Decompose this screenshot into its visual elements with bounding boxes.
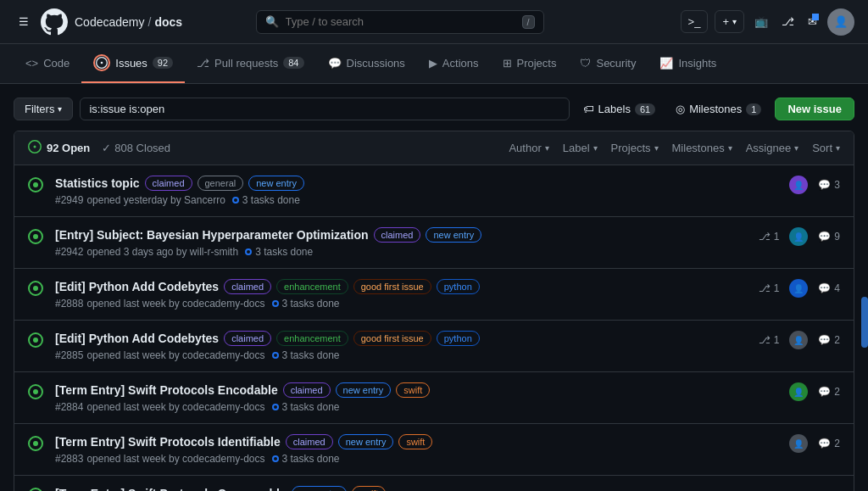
label-tag[interactable]: good first issue <box>353 331 431 346</box>
search-kbd: / <box>522 15 535 29</box>
sidebar-item-security[interactable]: 🛡 Security <box>568 47 648 81</box>
label-chevron-icon: ▾ <box>593 143 598 153</box>
label-tag[interactable]: general <box>198 176 244 191</box>
labels-label: Labels <box>598 103 631 115</box>
issue-content: [Term Entry] Swift Protocols Identifiabl… <box>55 434 779 465</box>
pr-link[interactable]: ⎇ 1 <box>759 334 780 346</box>
label-tag[interactable]: good first issue <box>353 279 431 294</box>
sidebar-item-code[interactable]: <> Code <box>14 47 81 81</box>
sort-chevron-icon: ▾ <box>836 143 840 153</box>
issue-title[interactable]: [Entry] Subject: Bayesian Hyperparameter… <box>55 228 369 242</box>
nav-right: >_ + ▾ 📺 ⎇ ✉ 👤 <box>681 8 854 36</box>
issue-tasks: 3 tasks done <box>272 298 340 310</box>
terminal-button[interactable]: >_ <box>681 10 709 33</box>
terminal-icon: >_ <box>688 15 701 28</box>
search-bar: 🔍 / <box>256 10 544 34</box>
table-row: [Term Entry] Swift Protocols Identifiabl… <box>14 424 854 476</box>
main-content: Filters ▾ 🏷 Labels 61 ◎ Milestones 1 New… <box>0 84 868 491</box>
comment-number: 4 <box>834 282 840 294</box>
projects-filter[interactable]: Projects ▾ <box>611 142 659 154</box>
issue-title[interactable]: [Term Entry] Swift Protocols Identifiabl… <box>55 435 281 449</box>
comment-icon: 💬 <box>818 282 831 294</box>
label-tag[interactable]: claimed <box>145 176 192 191</box>
scroll-indicator[interactable] <box>861 297 868 348</box>
issue-title[interactable]: [Term Entry] Swift Protocols Encodable <box>55 383 278 397</box>
issue-title[interactable]: [Edit] Python Add Codebytes <box>55 280 219 293</box>
checkmark-icon: ✓ <box>102 142 111 154</box>
issue-title[interactable]: [Term Entry] Swift Protocols Comparable <box>55 487 287 491</box>
pr-button[interactable]: ⎇ <box>778 12 798 31</box>
plus-button[interactable]: + ▾ <box>715 10 744 33</box>
issues-header: 92 Open ✓ 808 Closed Author ▾ Label ▾ Pr… <box>14 131 854 165</box>
hamburger-button[interactable]: ☰ <box>14 12 34 31</box>
closed-count[interactable]: 808 Closed <box>114 142 170 154</box>
comment-count: 💬 2 <box>818 334 840 346</box>
avatar: 👤 <box>789 227 808 246</box>
comment-icon: 💬 <box>818 386 831 398</box>
label-tag[interactable]: python <box>437 331 480 346</box>
labels-button[interactable]: 🏷 Labels 61 <box>576 98 663 120</box>
author-filter[interactable]: Author ▾ <box>509 142 548 154</box>
label-tag[interactable]: swift <box>398 434 432 449</box>
label-tag[interactable]: enhancement <box>276 279 348 294</box>
code-icon: <> <box>25 57 38 70</box>
label-tag[interactable]: swift <box>352 486 386 491</box>
label-tag[interactable]: new entry <box>292 486 348 491</box>
label-tag-icon: 🏷 <box>583 103 594 115</box>
search-input[interactable] <box>286 15 515 28</box>
assignee-label: Assignee <box>746 142 791 154</box>
new-issue-button[interactable]: New issue <box>775 98 854 120</box>
label-tag[interactable]: new entry <box>426 227 481 243</box>
label-tag[interactable]: claimed <box>286 434 333 449</box>
issue-content: [Entry] Subject: Bayesian Hyperparameter… <box>55 227 748 258</box>
pr-link[interactable]: ⎇ 1 <box>759 231 780 243</box>
milestones-button[interactable]: ◎ Milestones 1 <box>669 98 768 120</box>
issues-badge: 92 <box>153 57 173 69</box>
tv-button[interactable]: 📺 <box>751 12 771 31</box>
label-tag[interactable]: claimed <box>224 279 271 294</box>
comment-count: 💬 9 <box>818 231 840 243</box>
issue-meta: #2884 opened last week by codecademy-doc… <box>55 401 779 413</box>
security-icon: 🛡 <box>580 57 591 70</box>
assignee-filter[interactable]: Assignee ▾ <box>746 142 798 154</box>
repo-name[interactable]: docs <box>154 15 182 29</box>
sidebar-item-pullrequests[interactable]: ⎇ Pull requests 84 <box>185 47 315 81</box>
label-tag[interactable]: new entry <box>248 176 304 191</box>
repo-org[interactable]: Codecademy <box>75 15 145 29</box>
sidebar-item-insights[interactable]: 📈 Insights <box>648 47 728 81</box>
sidebar-item-discussions[interactable]: 💬 Discussions <box>316 47 417 81</box>
avatar[interactable]: 👤 <box>827 8 854 36</box>
label-tag[interactable]: enhancement <box>276 331 348 346</box>
milestones-filter[interactable]: Milestones ▾ <box>672 142 732 154</box>
label-tag[interactable]: python <box>437 279 480 294</box>
avatar: 👤 <box>789 331 808 349</box>
filter-input[interactable] <box>80 98 569 120</box>
pr-icon: ⎇ <box>782 15 794 28</box>
comment-number: 9 <box>834 231 840 243</box>
sidebar-item-issues[interactable]: Issues 92 <box>81 44 185 83</box>
label-tag[interactable]: swift <box>396 382 430 398</box>
issue-meta: #2888 opened last week by codecademy-doc… <box>55 298 748 310</box>
pr-link[interactable]: ⎇ 1 <box>759 282 780 294</box>
security-label: Security <box>596 57 636 70</box>
issue-title[interactable]: [Edit] Python Add Codebytes <box>55 332 219 345</box>
label-tag[interactable]: claimed <box>224 331 271 346</box>
issue-opened-by: opened yesterday by Sancerro <box>86 194 225 206</box>
sidebar-item-actions[interactable]: ▶ Actions <box>417 47 491 81</box>
label-tag[interactable]: new entry <box>336 382 392 398</box>
sidebar-item-projects[interactable]: ⊞ Projects <box>491 47 569 81</box>
label-tag[interactable]: claimed <box>283 382 331 398</box>
issue-title[interactable]: Statistics topic <box>55 176 140 190</box>
issue-content: [Term Entry] Swift Protocols Comparable … <box>55 486 830 491</box>
issue-opened-by: opened last week by codecademy-docs <box>86 298 264 310</box>
comment-count: 💬 2 <box>818 438 840 449</box>
github-logo[interactable] <box>41 8 68 36</box>
insights-label: Insights <box>678 57 716 70</box>
label-tag[interactable]: claimed <box>374 227 421 243</box>
table-row: [Edit] Python Add Codebytes claimed enha… <box>14 321 854 372</box>
label-tag[interactable]: new entry <box>338 434 394 449</box>
label-filter[interactable]: Label ▾ <box>563 142 598 154</box>
inbox-button[interactable]: ✉ <box>804 12 821 31</box>
filters-button[interactable]: Filters ▾ <box>14 98 73 120</box>
sort-filter[interactable]: Sort ▾ <box>812 142 840 154</box>
